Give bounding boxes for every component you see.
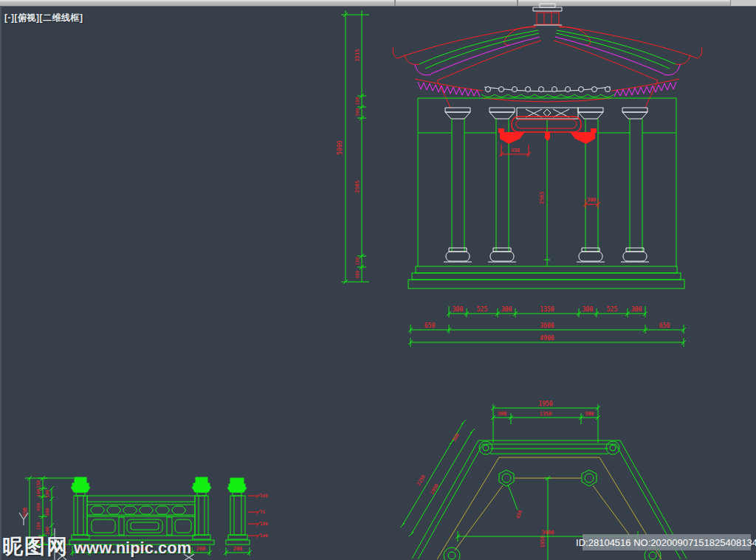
- dim-text: 200: [196, 546, 206, 552]
- dim-text: 3900: [542, 530, 554, 536]
- cad-viewport-window: [-][俯视][二维线框]: [0, 0, 756, 560]
- dim-text: 525: [607, 306, 618, 313]
- dim-text: 150: [35, 480, 41, 488]
- drawing-canvas[interactable]: 5090 1515 150 240 2585 150 450 450 2565 …: [0, 0, 756, 560]
- roof-finial: [533, 4, 562, 25]
- dim-text: 300: [453, 306, 464, 313]
- railing-side-dimensions: 100 75 180 140: [248, 493, 268, 538]
- dim-text: 5090: [337, 140, 343, 154]
- column-capitals: [445, 108, 647, 119]
- dim-text: 1950: [540, 536, 546, 548]
- dim-text: 1950: [538, 401, 552, 407]
- dim-text: 650: [659, 322, 670, 329]
- fascia-dimension: 450: [499, 145, 531, 156]
- dim-text: 300: [501, 306, 512, 313]
- dim-text: 300: [451, 432, 461, 443]
- dim-text: 3600: [540, 322, 554, 329]
- dim-text: 2565: [539, 192, 545, 204]
- eave-tiles-center: [481, 87, 614, 103]
- dim-text: 100: [260, 493, 268, 498]
- plan-top-dimensions: 1950 300 1350 300: [491, 401, 600, 443]
- dim-text: 140: [260, 533, 268, 538]
- dim-text: 450: [515, 509, 523, 519]
- dim-text: 950: [22, 508, 28, 517]
- dim-text: 4900: [540, 335, 554, 342]
- dim-text: 650: [425, 322, 436, 329]
- stock-id-overlay: ID:28104516 NO:20200907151825408134: [583, 534, 751, 550]
- dim-text: 450: [511, 148, 520, 153]
- dim-text: 150: [354, 257, 360, 265]
- watermark-site-url: www.nipic.com: [74, 539, 191, 558]
- dim-text: 1350: [540, 306, 554, 313]
- dim-text: 300: [583, 306, 594, 313]
- pavilion-elevation: [393, 4, 702, 288]
- dim-text: 240: [354, 108, 360, 116]
- dim-text: 100: [35, 488, 41, 497]
- dim-text: 150: [35, 522, 41, 530]
- eave-tiles-left: [415, 79, 483, 97]
- dim-text: 300: [585, 411, 594, 417]
- dim-text: 1350: [540, 411, 552, 417]
- dim-text: 525: [477, 306, 488, 313]
- dim-text: 2250: [416, 474, 427, 487]
- roof-ridge-ears: [504, 27, 591, 46]
- left-height-dimension: 5090 1515 150 240 2585 150 450: [337, 10, 369, 284]
- watermark-site-name: 昵图网: [2, 533, 69, 560]
- platform-steps: [408, 266, 684, 288]
- dim-text: 2585: [354, 181, 360, 193]
- dim-text: 300: [587, 197, 597, 203]
- railing-side-section: [226, 478, 250, 545]
- watermark: 昵图网 www.nipic.com: [2, 533, 191, 560]
- columns: [452, 119, 642, 266]
- bottom-dimension-rows: 300 525 300 1350 300 525 300 650 3600 65…: [408, 306, 686, 347]
- dim-text: 300: [631, 306, 642, 313]
- dim-text: 450: [354, 270, 360, 278]
- elevation-dimensions: 5090 1515 150 240 2585 150 450 450 2565 …: [337, 10, 686, 347]
- dim-text: 75: [260, 509, 266, 514]
- eave-tiles-right: [611, 79, 679, 97]
- dim-text: 300: [44, 508, 49, 516]
- dim-text: 200: [233, 546, 243, 552]
- column-height-dimension: 2565: [539, 192, 545, 204]
- dim-text: 180: [260, 521, 268, 526]
- dim-text: 150: [354, 97, 360, 105]
- dim-text: 300: [498, 411, 507, 417]
- dim-text: 1515: [354, 49, 360, 62]
- roof-curves-left: [393, 26, 541, 108]
- dim-text: 450: [35, 502, 41, 511]
- dim-text: 100: [44, 489, 49, 497]
